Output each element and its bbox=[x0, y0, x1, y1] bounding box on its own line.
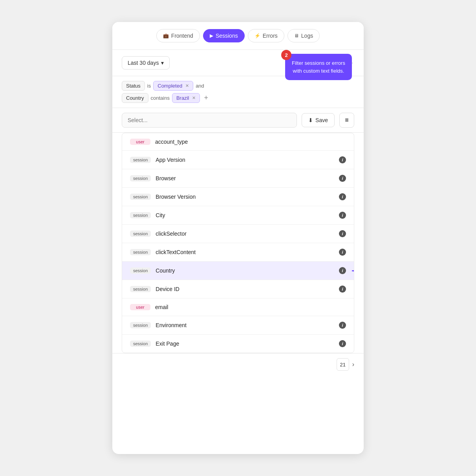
sessions-icon: ▶ bbox=[210, 33, 213, 38]
tooltip2-text: Filter sessions or errors with custom te… bbox=[285, 54, 352, 80]
list-item[interactable]: user account_type bbox=[122, 133, 354, 151]
list-item[interactable]: session Environment i bbox=[122, 316, 354, 335]
date-range-label: Last 30 days bbox=[128, 60, 159, 66]
filter-brazil-chip[interactable]: Brazil ✕ bbox=[172, 93, 200, 103]
info-icon: i bbox=[339, 322, 346, 329]
chevron-down-icon: ▾ bbox=[161, 60, 164, 66]
top-nav: 💼 Frontend ▶ Sessions ⚡ Errors 🖥 Logs bbox=[112, 22, 364, 50]
type-badge-session: session bbox=[130, 194, 151, 200]
logs-icon: 🖥 bbox=[294, 33, 299, 38]
badge-2: 2 bbox=[281, 50, 291, 60]
layers-icon: ≡ bbox=[345, 117, 348, 124]
info-icon: i bbox=[339, 267, 346, 274]
type-badge-session: session bbox=[130, 286, 151, 292]
item-name: clickSelector bbox=[156, 231, 334, 237]
tab-sessions[interactable]: ▶ Sessions bbox=[203, 29, 245, 42]
item-name: Environment bbox=[156, 322, 334, 328]
list-item[interactable]: session Exit Page i bbox=[122, 335, 354, 353]
filter-completed-chip[interactable]: Completed ✕ bbox=[153, 81, 193, 91]
filter-country-chip[interactable]: Country bbox=[122, 93, 148, 103]
tab-logs-label: Logs bbox=[301, 33, 313, 39]
list-item[interactable]: user email bbox=[122, 298, 354, 316]
item-name: clickTextContent bbox=[156, 249, 334, 255]
tooltip2-bubble: 2 Filter sessions or errors with custom … bbox=[285, 54, 352, 80]
item-name: Browser Version bbox=[156, 194, 334, 200]
info-icon: i bbox=[339, 156, 346, 163]
item-name: account_type bbox=[155, 139, 346, 145]
tab-frontend[interactable]: 💼 Frontend bbox=[156, 29, 200, 42]
tooltip1-container: 1 Choose from a variety of filters bbox=[350, 258, 354, 284]
list-item[interactable]: session Browser i bbox=[122, 169, 354, 188]
list-item[interactable]: session Browser Version i bbox=[122, 188, 354, 206]
type-badge-session: session bbox=[130, 231, 151, 237]
tab-errors[interactable]: ⚡ Errors bbox=[248, 29, 284, 42]
type-badge-session: session bbox=[130, 341, 151, 347]
filter-brazil-close[interactable]: ✕ bbox=[192, 95, 196, 101]
type-badge-session: session bbox=[130, 322, 151, 328]
item-name: City bbox=[156, 212, 334, 218]
type-badge-session: session bbox=[130, 175, 151, 181]
toolbar: Last 30 days ▾ ··· |← 2 Filter sessions … bbox=[112, 50, 364, 76]
filter-contains-op: contains bbox=[151, 95, 170, 101]
frontend-icon: 💼 bbox=[163, 33, 169, 38]
save-button[interactable]: ⬇ Save bbox=[302, 113, 335, 127]
errors-icon: ⚡ bbox=[254, 33, 260, 38]
info-icon: i bbox=[339, 193, 346, 200]
list-item[interactable]: session App Version i bbox=[122, 151, 354, 169]
filter-add-button[interactable]: + bbox=[202, 94, 210, 102]
info-icon: i bbox=[339, 175, 346, 182]
tab-logs[interactable]: 🖥 Logs bbox=[287, 29, 320, 42]
filter-row-2: Country contains Brazil ✕ + bbox=[122, 93, 354, 103]
list-item[interactable]: session City i bbox=[122, 206, 354, 225]
item-name-country: Country bbox=[156, 267, 334, 274]
item-name: Device ID bbox=[156, 286, 334, 292]
info-icon: i bbox=[339, 249, 346, 256]
page-number: 21 bbox=[337, 358, 349, 371]
list-item[interactable]: session clickTextContent i bbox=[122, 243, 354, 262]
type-badge-user: user bbox=[130, 304, 150, 310]
type-badge-session: session bbox=[130, 157, 151, 163]
tab-frontend-label: Frontend bbox=[171, 33, 193, 39]
list-item[interactable]: session clickSelector i bbox=[122, 225, 354, 243]
pagination-bar: 21 › bbox=[112, 353, 364, 375]
filter-completed-close[interactable]: ✕ bbox=[185, 83, 189, 88]
info-icon: i bbox=[339, 286, 346, 293]
item-name: Exit Page bbox=[156, 341, 334, 347]
list-item[interactable]: session Device ID i bbox=[122, 280, 354, 298]
item-name: email bbox=[155, 304, 346, 310]
tooltip2-container: 2 Filter sessions or errors with custom … bbox=[285, 54, 352, 82]
filter-list: user account_type session App Version i … bbox=[122, 133, 354, 353]
filter-is-op: is bbox=[147, 83, 151, 89]
arrow-left-icon bbox=[350, 265, 354, 276]
filter-and-text: and bbox=[196, 83, 204, 89]
date-range-dropdown[interactable]: Last 30 days ▾ bbox=[122, 56, 170, 70]
save-icon: ⬇ bbox=[308, 117, 313, 123]
info-icon: i bbox=[339, 212, 346, 219]
type-badge-user: user bbox=[130, 139, 150, 145]
layers-button[interactable]: ≡ bbox=[339, 113, 354, 128]
search-row: ⬇ Save ≡ bbox=[112, 108, 364, 133]
type-badge-session: session bbox=[130, 212, 151, 218]
filter-search-input[interactable] bbox=[122, 113, 297, 128]
info-icon: i bbox=[339, 340, 346, 347]
info-icon: i bbox=[339, 230, 346, 237]
next-page-button[interactable]: › bbox=[352, 361, 354, 368]
tab-errors-label: Errors bbox=[263, 33, 278, 39]
item-name: App Version bbox=[156, 157, 334, 163]
tab-sessions-label: Sessions bbox=[216, 33, 238, 39]
item-name: Browser bbox=[156, 175, 334, 181]
main-content: user account_type session App Version i … bbox=[112, 133, 364, 375]
list-item-country[interactable]: session Country i bbox=[122, 262, 354, 280]
type-badge-session: session bbox=[130, 267, 151, 274]
type-badge-session: session bbox=[130, 249, 151, 255]
filter-status-chip[interactable]: Status bbox=[122, 81, 145, 91]
